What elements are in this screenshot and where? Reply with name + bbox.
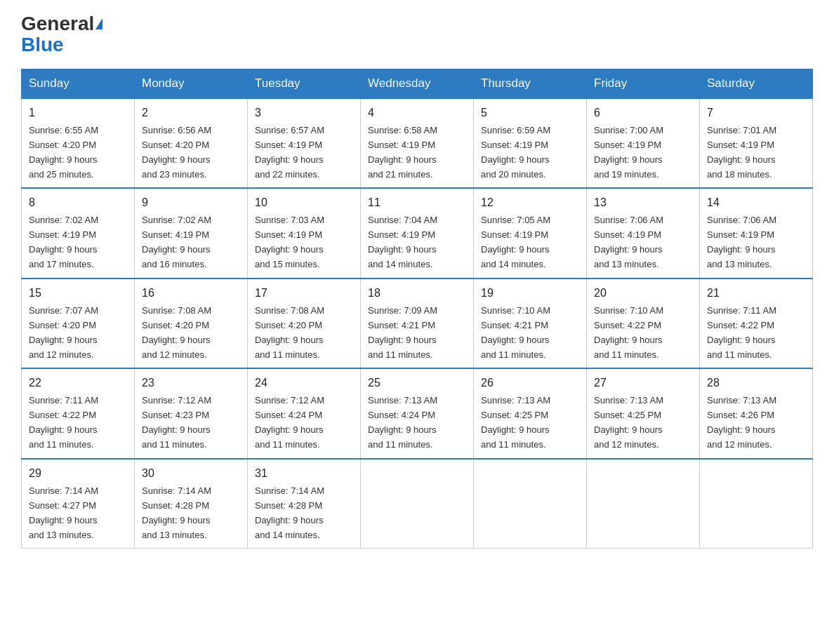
calendar-day-cell: 3 Sunrise: 6:57 AMSunset: 4:19 PMDayligh… bbox=[248, 98, 361, 188]
calendar-day-cell: 28 Sunrise: 7:13 AMSunset: 4:26 PMDaylig… bbox=[700, 368, 813, 458]
calendar-day-cell: 1 Sunrise: 6:55 AMSunset: 4:20 PMDayligh… bbox=[22, 98, 135, 188]
day-number: 20 bbox=[594, 285, 692, 302]
logo-general: General bbox=[21, 14, 94, 34]
day-info: Sunrise: 6:59 AMSunset: 4:19 PMDaylight:… bbox=[481, 125, 550, 180]
day-info: Sunrise: 7:04 AMSunset: 4:19 PMDaylight:… bbox=[368, 215, 437, 269]
day-info: Sunrise: 7:01 AMSunset: 4:19 PMDaylight:… bbox=[707, 125, 776, 180]
calendar-day-cell: 22 Sunrise: 7:11 AMSunset: 4:22 PMDaylig… bbox=[22, 368, 135, 458]
day-number: 10 bbox=[255, 194, 353, 212]
day-info: Sunrise: 7:02 AMSunset: 4:19 PMDaylight:… bbox=[142, 215, 211, 269]
calendar-day-cell: 4 Sunrise: 6:58 AMSunset: 4:19 PMDayligh… bbox=[361, 98, 474, 188]
calendar-day-cell: 9 Sunrise: 7:02 AMSunset: 4:19 PMDayligh… bbox=[135, 188, 248, 278]
calendar-day-cell: 10 Sunrise: 7:03 AMSunset: 4:19 PMDaylig… bbox=[248, 188, 361, 278]
day-info: Sunrise: 7:10 AMSunset: 4:22 PMDaylight:… bbox=[594, 305, 663, 360]
calendar-day-cell: 23 Sunrise: 7:12 AMSunset: 4:23 PMDaylig… bbox=[135, 368, 248, 458]
calendar-week-row: 8 Sunrise: 7:02 AMSunset: 4:19 PMDayligh… bbox=[22, 188, 813, 278]
calendar-day-cell: 5 Sunrise: 6:59 AMSunset: 4:19 PMDayligh… bbox=[474, 98, 587, 188]
day-info: Sunrise: 6:55 AMSunset: 4:20 PMDaylight:… bbox=[29, 125, 98, 180]
calendar-day-cell bbox=[361, 459, 474, 549]
calendar-day-cell: 12 Sunrise: 7:05 AMSunset: 4:19 PMDaylig… bbox=[474, 188, 587, 278]
calendar-day-cell: 30 Sunrise: 7:14 AMSunset: 4:28 PMDaylig… bbox=[135, 459, 248, 549]
day-number: 3 bbox=[255, 105, 353, 122]
calendar-day-cell: 19 Sunrise: 7:10 AMSunset: 4:21 PMDaylig… bbox=[474, 279, 587, 368]
day-info: Sunrise: 6:56 AMSunset: 4:20 PMDaylight:… bbox=[142, 125, 211, 180]
calendar-day-cell: 14 Sunrise: 7:06 AMSunset: 4:19 PMDaylig… bbox=[700, 188, 813, 278]
weekday-header-row: SundayMondayTuesdayWednesdayThursdayFrid… bbox=[22, 69, 813, 99]
calendar-day-cell: 13 Sunrise: 7:06 AMSunset: 4:19 PMDaylig… bbox=[587, 188, 700, 278]
day-number: 9 bbox=[142, 194, 240, 212]
calendar-day-cell: 8 Sunrise: 7:02 AMSunset: 4:19 PMDayligh… bbox=[22, 188, 135, 278]
day-number: 22 bbox=[29, 375, 127, 392]
calendar-day-cell: 2 Sunrise: 6:56 AMSunset: 4:20 PMDayligh… bbox=[135, 98, 248, 188]
calendar-week-row: 1 Sunrise: 6:55 AMSunset: 4:20 PMDayligh… bbox=[22, 98, 813, 188]
calendar-day-cell: 26 Sunrise: 7:13 AMSunset: 4:25 PMDaylig… bbox=[474, 368, 587, 458]
day-info: Sunrise: 7:06 AMSunset: 4:19 PMDaylight:… bbox=[707, 215, 776, 269]
day-info: Sunrise: 7:14 AMSunset: 4:28 PMDaylight:… bbox=[142, 485, 211, 540]
calendar-week-row: 29 Sunrise: 7:14 AMSunset: 4:27 PMDaylig… bbox=[22, 459, 813, 549]
day-number: 8 bbox=[29, 194, 127, 212]
day-info: Sunrise: 6:57 AMSunset: 4:19 PMDaylight:… bbox=[255, 125, 324, 180]
day-info: Sunrise: 7:10 AMSunset: 4:21 PMDaylight:… bbox=[481, 305, 550, 360]
day-number: 11 bbox=[368, 194, 466, 212]
calendar-day-cell: 27 Sunrise: 7:13 AMSunset: 4:25 PMDaylig… bbox=[587, 368, 700, 458]
weekday-header-saturday: Saturday bbox=[700, 69, 813, 99]
logo: General Blue bbox=[21, 14, 102, 56]
day-number: 6 bbox=[594, 105, 692, 122]
day-number: 2 bbox=[142, 105, 240, 122]
calendar-day-cell: 6 Sunrise: 7:00 AMSunset: 4:19 PMDayligh… bbox=[587, 98, 700, 188]
day-info: Sunrise: 7:11 AMSunset: 4:22 PMDaylight:… bbox=[707, 305, 776, 360]
calendar-day-cell: 15 Sunrise: 7:07 AMSunset: 4:20 PMDaylig… bbox=[22, 279, 135, 368]
day-info: Sunrise: 7:09 AMSunset: 4:21 PMDaylight:… bbox=[368, 305, 437, 360]
day-number: 31 bbox=[255, 465, 353, 483]
day-number: 5 bbox=[481, 105, 579, 122]
calendar-day-cell: 24 Sunrise: 7:12 AMSunset: 4:24 PMDaylig… bbox=[248, 368, 361, 458]
day-number: 16 bbox=[142, 285, 240, 302]
day-number: 30 bbox=[142, 465, 240, 483]
weekday-header-sunday: Sunday bbox=[22, 69, 135, 99]
day-info: Sunrise: 7:13 AMSunset: 4:26 PMDaylight:… bbox=[707, 395, 776, 450]
day-number: 21 bbox=[707, 285, 805, 302]
day-number: 28 bbox=[707, 375, 805, 392]
weekday-header-monday: Monday bbox=[135, 69, 248, 99]
calendar-day-cell: 16 Sunrise: 7:08 AMSunset: 4:20 PMDaylig… bbox=[135, 279, 248, 368]
calendar-day-cell: 25 Sunrise: 7:13 AMSunset: 4:24 PMDaylig… bbox=[361, 368, 474, 458]
calendar-day-cell bbox=[474, 459, 587, 549]
day-info: Sunrise: 7:12 AMSunset: 4:23 PMDaylight:… bbox=[142, 395, 211, 450]
day-number: 1 bbox=[29, 105, 127, 122]
calendar-day-cell: 18 Sunrise: 7:09 AMSunset: 4:21 PMDaylig… bbox=[361, 279, 474, 368]
calendar-day-cell: 17 Sunrise: 7:08 AMSunset: 4:20 PMDaylig… bbox=[248, 279, 361, 368]
day-number: 12 bbox=[481, 194, 579, 212]
calendar-week-row: 22 Sunrise: 7:11 AMSunset: 4:22 PMDaylig… bbox=[22, 368, 813, 458]
day-number: 13 bbox=[594, 194, 692, 212]
day-info: Sunrise: 7:07 AMSunset: 4:20 PMDaylight:… bbox=[29, 305, 98, 360]
day-info: Sunrise: 7:12 AMSunset: 4:24 PMDaylight:… bbox=[255, 395, 324, 450]
day-number: 29 bbox=[29, 465, 127, 483]
logo-blue: Blue bbox=[21, 34, 64, 55]
calendar-table: SundayMondayTuesdayWednesdayThursdayFrid… bbox=[21, 69, 813, 549]
day-number: 18 bbox=[368, 285, 466, 302]
day-number: 7 bbox=[707, 105, 805, 122]
day-info: Sunrise: 7:05 AMSunset: 4:19 PMDaylight:… bbox=[481, 215, 550, 269]
page-header: General Blue bbox=[21, 14, 813, 56]
day-info: Sunrise: 7:14 AMSunset: 4:28 PMDaylight:… bbox=[255, 485, 324, 540]
weekday-header-tuesday: Tuesday bbox=[248, 69, 361, 99]
calendar-day-cell: 11 Sunrise: 7:04 AMSunset: 4:19 PMDaylig… bbox=[361, 188, 474, 278]
day-info: Sunrise: 7:13 AMSunset: 4:25 PMDaylight:… bbox=[481, 395, 550, 450]
day-number: 4 bbox=[368, 105, 466, 122]
calendar-week-row: 15 Sunrise: 7:07 AMSunset: 4:20 PMDaylig… bbox=[22, 279, 813, 368]
weekday-header-friday: Friday bbox=[587, 69, 700, 99]
day-number: 26 bbox=[481, 375, 579, 392]
day-number: 27 bbox=[594, 375, 692, 392]
day-number: 25 bbox=[368, 375, 466, 392]
day-info: Sunrise: 7:06 AMSunset: 4:19 PMDaylight:… bbox=[594, 215, 663, 269]
calendar-day-cell bbox=[587, 459, 700, 549]
calendar-day-cell: 31 Sunrise: 7:14 AMSunset: 4:28 PMDaylig… bbox=[248, 459, 361, 549]
day-info: Sunrise: 7:08 AMSunset: 4:20 PMDaylight:… bbox=[255, 305, 324, 360]
day-info: Sunrise: 7:02 AMSunset: 4:19 PMDaylight:… bbox=[29, 215, 98, 269]
calendar-day-cell: 21 Sunrise: 7:11 AMSunset: 4:22 PMDaylig… bbox=[700, 279, 813, 368]
day-info: Sunrise: 7:08 AMSunset: 4:20 PMDaylight:… bbox=[142, 305, 211, 360]
day-info: Sunrise: 7:03 AMSunset: 4:19 PMDaylight:… bbox=[255, 215, 324, 269]
day-info: Sunrise: 7:00 AMSunset: 4:19 PMDaylight:… bbox=[594, 125, 663, 180]
calendar-day-cell: 20 Sunrise: 7:10 AMSunset: 4:22 PMDaylig… bbox=[587, 279, 700, 368]
day-info: Sunrise: 7:13 AMSunset: 4:25 PMDaylight:… bbox=[594, 395, 663, 450]
